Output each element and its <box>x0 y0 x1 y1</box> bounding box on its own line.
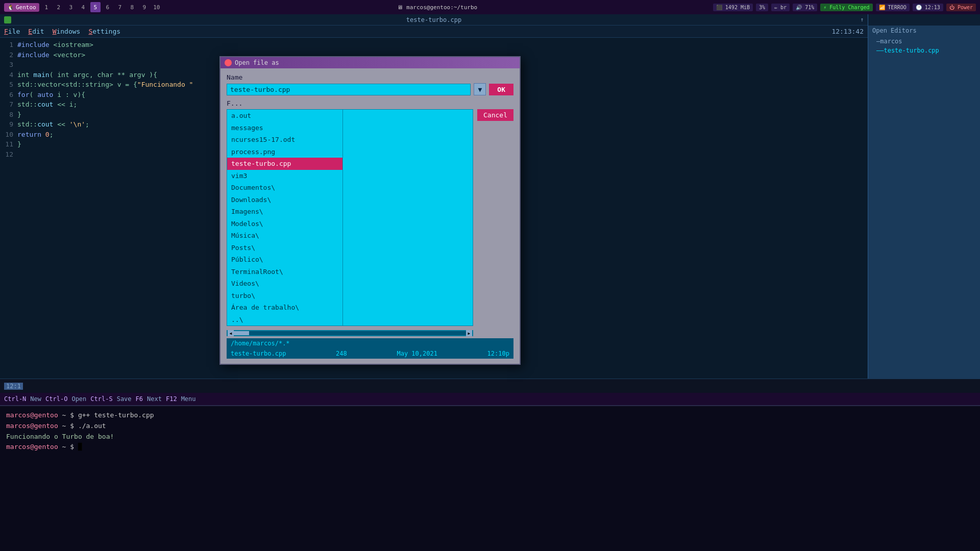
hotkey-ctrl-o: Ctrl-O <box>45 395 67 403</box>
gentoo-logo[interactable]: 🐧 Gentoo <box>4 3 39 12</box>
time-badge: 🕐 12:13 <box>913 4 943 11</box>
terminal-line-1: marcos@gentoo ~ $ g++ teste-turbo.cpp <box>6 410 974 421</box>
hotkey-label-menu: Menu <box>181 395 196 403</box>
terminal-prompt-active: marcos@gentoo ~ $ █ <box>6 442 974 453</box>
file-item-ncurses[interactable]: ncurses15-17.odt <box>227 134 342 146</box>
hotkey-f6: F6 <box>136 395 143 403</box>
settings-menu[interactable]: Settings <box>88 28 120 35</box>
terminal-line-2: marcos@gentoo ~ $ ./a.out <box>6 421 974 432</box>
file-item-vim3[interactable]: vim3 <box>227 170 342 182</box>
file-item-parent[interactable]: ..\ <box>227 314 342 326</box>
file-item-aout[interactable]: a.out <box>227 110 342 122</box>
editor-titlebar: teste-turbo.cpp ↑ <box>0 14 868 26</box>
hotkey-label-open: Open <box>71 395 86 403</box>
sys-right: ⬛ 1492 MiB 3% ✏ br 🔊 71% ⚡ Fully Charged… <box>713 4 976 11</box>
dialog-name-input[interactable] <box>227 84 471 95</box>
file-item-publico[interactable]: Público\ <box>227 254 342 266</box>
file-item-process[interactable]: process.png <box>227 146 342 158</box>
hotkey-label-save: Save <box>117 395 132 403</box>
file-item-downloads[interactable]: Downloads\ <box>227 194 342 206</box>
workspace-10[interactable]: 10 <box>152 2 162 12</box>
file-item-turbo[interactable]: turbo\ <box>227 290 342 302</box>
code-line: 1 #include <iostream> <box>0 40 868 50</box>
editor-minimize-btn[interactable] <box>4 16 11 23</box>
dialog-name-label: Name <box>227 73 513 81</box>
dialog-right-panel <box>343 109 473 326</box>
workspace-6[interactable]: 6 <box>103 2 113 12</box>
file-info-time: 12:10p <box>487 350 509 357</box>
editor-time: 12:13:42 <box>831 28 864 35</box>
file-dialog: Open file as Name ▼ OK F... a.out messag… <box>219 56 521 365</box>
file-item-posts[interactable]: Posts\ <box>227 242 342 254</box>
battery-badge: ⚡ Fully Charged <box>820 4 872 11</box>
hscroll-left[interactable]: ◀ <box>228 330 234 336</box>
editor-scroll-indicator: ↑ <box>860 16 864 23</box>
workspace-9[interactable]: 9 <box>139 2 150 12</box>
workspace-7[interactable]: 7 <box>115 2 125 12</box>
file-item-musica[interactable]: Música\ <box>227 230 342 242</box>
file-item-documentos[interactable]: Documentos\ <box>227 182 342 194</box>
hscroll-thumb[interactable] <box>234 331 249 335</box>
dialog-filter-label: F... <box>227 99 513 107</box>
hotkey-f12: F12 <box>166 395 177 403</box>
right-panel-header <box>868 14 980 26</box>
open-editor-file[interactable]: ——teste-turbo.cpp <box>868 46 980 55</box>
dialog-file-info: teste-turbo.cpp 248 May 10,2021 12:10p <box>227 348 513 359</box>
gentoo-label: Gentoo <box>16 4 36 11</box>
system-bar: 🐧 Gentoo 1 2 3 4 5 6 7 8 9 10 🖥 marcos@g… <box>0 0 980 14</box>
dialog-file-list[interactable]: a.out messages ncurses15-17.odt process.… <box>227 109 343 326</box>
file-info-name: teste-turbo.cpp <box>231 350 286 357</box>
workspace-2[interactable]: 2 <box>54 2 64 12</box>
workspace-1[interactable]: 1 <box>41 2 52 12</box>
audio-badge: 🔊 71% <box>793 4 817 11</box>
terminal-area[interactable]: marcos@gentoo ~ $ g++ teste-turbo.cpp ma… <box>0 405 980 551</box>
hscroll-right[interactable]: ▶ <box>466 330 472 336</box>
windows-menu[interactable]: Windows <box>53 28 81 35</box>
dialog-ok-button[interactable]: OK <box>489 84 513 95</box>
cursor-position: 12:1 <box>4 383 23 390</box>
user-host-text: marcos@gentoo:~/turbo <box>406 4 477 11</box>
workspace-4[interactable]: 4 <box>78 2 88 12</box>
dialog-title: Open file as <box>235 59 279 66</box>
file-item-messages[interactable]: messages <box>227 122 342 134</box>
workspace-5[interactable]: 5 <box>90 2 101 12</box>
workspace-8[interactable]: 8 <box>127 2 137 12</box>
file-item-teste[interactable]: teste-turbo.cpp <box>227 158 342 170</box>
hscroll-track[interactable] <box>234 331 466 335</box>
file-item-modelos[interactable]: Modelos\ <box>227 218 342 230</box>
dialog-body: Name ▼ OK F... a.out messages ncurses15-… <box>220 68 520 364</box>
file-item-area[interactable]: Área de trabalho\ <box>227 302 342 314</box>
open-editor-marcos[interactable]: —marcos <box>868 37 980 46</box>
terminal-cursor: █ <box>78 443 82 450</box>
dialog-hscrollbar[interactable]: ◀ ▶ <box>227 330 473 336</box>
status-bar: 12:1 <box>0 379 980 393</box>
open-editors-title: Open Editors <box>868 26 980 36</box>
terminal-output: Funcionando o Turbo de boa! <box>6 432 974 442</box>
dialog-cancel-button[interactable]: Cancel <box>477 109 513 121</box>
dialog-path-bar: /home/marcos/*.* <box>227 338 513 348</box>
edit-menu[interactable]: Edit <box>28 28 44 35</box>
dialog-dropdown-btn[interactable]: ▼ <box>474 83 486 95</box>
sys-left: 🐧 Gentoo 1 2 3 4 5 6 7 8 9 10 <box>4 2 162 12</box>
dialog-file-area: a.out messages ncurses15-17.odt process.… <box>227 109 473 326</box>
file-item-terminalroot[interactable]: TerminalRoot\ <box>227 266 342 278</box>
dialog-titlebar: Open file as <box>220 57 520 68</box>
gentoo-icon: 🐧 <box>7 4 14 11</box>
file-item-imagens[interactable]: Imagens\ <box>227 206 342 218</box>
cpu-badge: 3% <box>756 4 768 11</box>
hotkey-ctrl-n: Ctrl-N <box>4 395 26 403</box>
open-editors-list: —marcos ——teste-turbo.cpp <box>868 36 980 56</box>
editor-title: teste-turbo.cpp <box>406 16 461 23</box>
hotkey-label-next: Next <box>147 395 162 403</box>
file-item-videos[interactable]: Videos\ <box>227 278 342 290</box>
power-badge[interactable]: ⏻ Power <box>946 4 976 11</box>
menu-bar: File Edit Windows Settings 12:13:42 <box>0 26 868 38</box>
file-info-date: May 10,2021 <box>397 350 437 357</box>
terminal-icon: 🖥 <box>397 4 403 11</box>
file-info-size: 248 <box>336 350 347 357</box>
brightness-badge: ✏ br <box>771 4 790 11</box>
file-menu[interactable]: File <box>4 28 20 35</box>
memory-badge: ⬛ 1492 MiB <box>713 4 753 11</box>
dialog-close-btn[interactable] <box>225 59 232 66</box>
workspace-3[interactable]: 3 <box>66 2 76 12</box>
